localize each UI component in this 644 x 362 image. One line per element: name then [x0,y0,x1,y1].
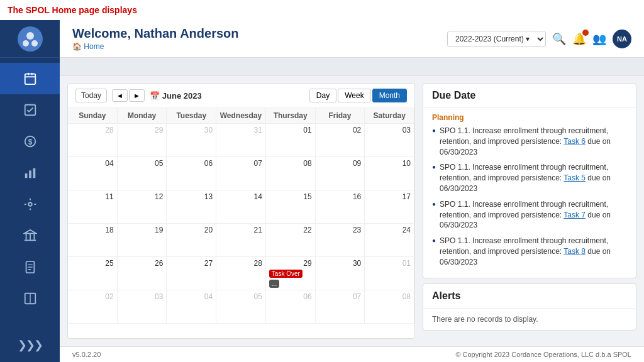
table-row[interactable]: 22 [266,224,316,256]
table-row[interactable]: 02 [68,290,118,323]
table-row[interactable]: 25 [68,257,118,290]
table-row[interactable]: 01 [365,257,414,290]
table-row[interactable]: 28 [68,124,118,156]
table-row[interactable]: 11 [68,190,118,223]
avatar[interactable]: NA [613,30,631,48]
due-date-header: Due Date [423,84,636,108]
task-5-link[interactable]: Task 5 [564,173,586,182]
week-view-button[interactable]: Week [338,89,370,102]
svg-rect-3 [25,74,35,85]
svg-rect-5 [31,73,32,75]
sidebar-logo [0,20,60,58]
table-row[interactable]: 14 [216,190,266,223]
calendar-week-4: 18 19 20 21 22 23 24 [68,224,414,257]
home-link[interactable]: Home [84,42,104,51]
notifications-icon[interactable]: 🔔 [572,32,586,46]
sidebar-item-money[interactable]: $ [0,126,60,157]
due-text-3: SPO 1.1. Increase enrollment through rec… [440,199,627,231]
task-6-link[interactable]: Task 6 [564,137,586,146]
calendar-week-5: 25 26 27 28 29 Task Over ... 30 01 [68,257,414,290]
sidebar-item-settings[interactable] [0,189,60,220]
table-row[interactable]: 16 [316,190,365,223]
table-row[interactable]: 26 [118,257,167,290]
no-records-text: There are no records to display. [423,309,636,330]
table-row[interactable]: 20 [167,224,216,256]
table-row[interactable]: 12 [118,190,167,223]
col-header-saturday: Saturday [365,108,414,123]
table-row[interactable]: 06 [266,290,316,323]
table-row[interactable]: 09 [316,157,365,190]
sidebar-item-bank[interactable] [0,220,60,251]
due-bullet-1: ● [432,126,436,135]
sidebar-item-calendar[interactable] [0,63,60,94]
table-row[interactable]: 02 [316,124,365,156]
table-row[interactable]: 30 [316,257,365,290]
table-row[interactable]: 19 [118,224,167,256]
header: Welcome, Nathan Anderson 🏠 Home 2022-202… [60,20,644,58]
table-row[interactable]: 31 [216,124,266,156]
sidebar-item-chart[interactable] [0,157,60,189]
table-row[interactable]: 03 [118,290,167,323]
table-row[interactable]: 08 [365,290,414,323]
table-row[interactable]: 23 [316,224,365,256]
table-row[interactable]: 06 [167,157,216,190]
due-text-1: SPO 1.1. Increase enrollment through rec… [440,126,627,157]
sidebar-item-checklist[interactable] [0,94,60,126]
calendar-month-year: June 2023 [162,91,202,101]
list-item: ● SPO 1.1. Increase enrollment through r… [432,236,627,267]
next-month-button[interactable]: ► [129,89,145,102]
table-row[interactable]: 04 [167,290,216,323]
table-row[interactable]: 15 [266,190,316,223]
table-row[interactable]: 17 [365,190,414,223]
svg-point-1 [23,40,29,47]
alerts-header: Alerts [423,284,636,309]
prev-month-button[interactable]: ◄ [112,89,128,102]
table-row[interactable]: 05 [216,290,266,323]
svg-rect-14 [25,233,26,239]
table-row[interactable]: 04 [68,157,118,190]
sidebar-item-doc[interactable] [0,251,60,283]
svg-rect-17 [24,239,35,241]
task-overdue-badge[interactable]: Task Over [269,270,303,278]
sidebar: $ ❯❯❯ [0,20,60,362]
month-view-button[interactable]: Month [372,89,407,102]
notification-badge [582,30,589,36]
svg-rect-11 [33,168,35,178]
table-row[interactable]: 13 [167,190,216,223]
sidebar-item-book[interactable] [0,283,60,314]
task-8-link[interactable]: Task 8 [564,247,586,256]
task-more-badge[interactable]: ... [269,280,279,288]
table-row[interactable]: 07 [216,157,266,190]
sidebar-collapse-arrows[interactable]: ❯❯❯ [18,333,42,357]
table-row[interactable]: 18 [68,224,118,256]
svg-rect-10 [29,170,31,178]
table-row[interactable]: 30 [167,124,216,156]
table-row[interactable]: 08 [266,157,316,190]
table-row[interactable]: 05 [118,157,167,190]
calendar-view-buttons: Day Week Month [309,89,407,102]
table-row[interactable]: 24 [365,224,414,256]
day-view-button[interactable]: Day [309,89,336,102]
list-item: ● SPO 1.1. Increase enrollment through r… [432,126,627,157]
calendar-toolbar: Today ◄ ► 📅 June 2023 Day Week Month [68,84,414,108]
due-bullet-2: ● [432,163,436,172]
table-row[interactable]: 28 [216,257,266,290]
table-row[interactable]: 27 [167,257,216,290]
task-7-link[interactable]: Task 7 [564,211,586,219]
due-date-body: Planning ● SPO 1.1. Increase enrollment … [423,108,636,278]
year-selector[interactable]: 2022-2023 (Current) ▾ [447,31,546,47]
calendar-week-3: 11 12 13 14 15 16 17 [68,190,414,224]
table-row[interactable]: 01 [266,124,316,156]
table-row[interactable]: 03 [365,124,414,156]
table-row[interactable]: 10 [365,157,414,190]
today-button[interactable]: Today [75,89,107,102]
calendar-week-6: 02 03 04 05 06 07 08 [68,290,414,324]
sub-header [60,58,644,75]
search-icon[interactable]: 🔍 [552,32,566,46]
due-text-2: SPO 1.1. Increase enrollment through rec… [440,162,627,194]
users-icon[interactable]: 👥 [592,32,606,46]
table-row[interactable]: 07 [316,290,365,323]
table-row[interactable]: 29 [118,124,167,156]
table-row[interactable]: 21 [216,224,266,256]
table-row[interactable]: 29 Task Over ... [266,257,316,290]
